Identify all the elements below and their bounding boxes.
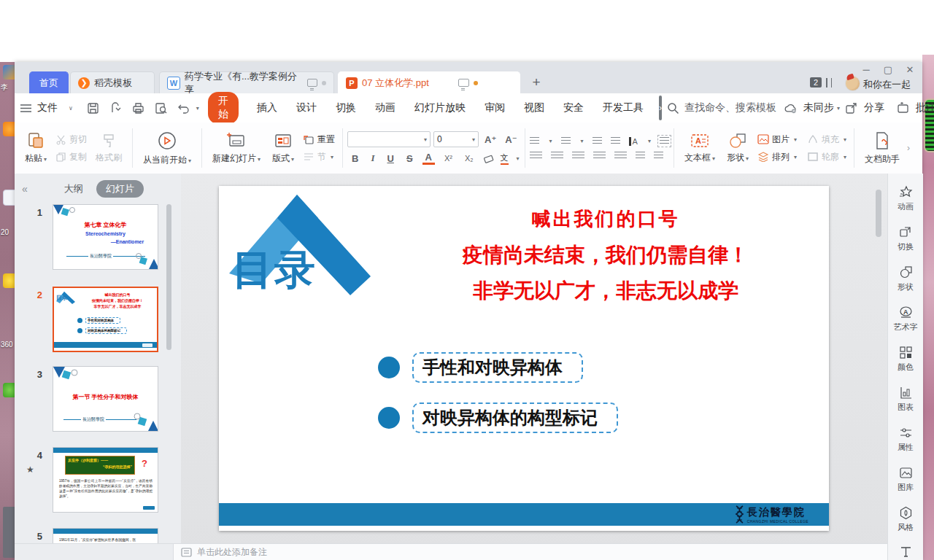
shrink-font-button[interactable]: A⁻ (502, 134, 520, 145)
ribbon-expand-button[interactable]: › (907, 143, 910, 153)
fill-button[interactable]: 填充▾ (804, 132, 849, 147)
arrange-button[interactable]: 排列▾ (754, 149, 800, 165)
paragraph-spacing-icon[interactable] (654, 152, 663, 160)
text-direction-icon[interactable]: A (629, 137, 638, 146)
maximize-button[interactable]: ▢ (877, 64, 899, 75)
sync-status[interactable]: 未同步 (803, 101, 834, 114)
font-name-select[interactable]: ▾ (347, 131, 431, 147)
slide-thumbnail-2-selected[interactable]: 目录 喊出我们的口号 疫情尚未结束，我们仍需自律！ 非学无以广才，非志无以成学 … (53, 287, 158, 352)
menu-file[interactable]: 文件 (37, 101, 58, 114)
grow-font-button[interactable]: A⁺ (482, 134, 499, 145)
undo-icon[interactable] (177, 101, 190, 115)
cloud-sync-icon[interactable] (784, 101, 798, 115)
notes-bar[interactable]: 单击此处添加备注 (173, 543, 887, 560)
tab-outline[interactable]: 大纲 (64, 182, 83, 195)
desktop-icon[interactable] (3, 507, 15, 558)
layout-button[interactable]: 版式▾ (266, 132, 300, 165)
decrease-indent-icon[interactable] (593, 137, 602, 145)
sidebar-item-style[interactable]: 风格 (888, 506, 923, 533)
bullet-list-icon[interactable] (530, 137, 539, 145)
search-commands[interactable]: 查找命令、搜索模板 (684, 101, 776, 114)
sidebar-item-colors[interactable]: 颜色 (888, 346, 923, 373)
desktop-icon[interactable] (3, 65, 15, 79)
slide-thumbnail-3[interactable]: 第一节 手性分子和对映体 長治醫學院 (53, 366, 158, 432)
tab-slides[interactable]: 幻灯片 (96, 180, 144, 198)
reset-button[interactable]: 重置 (300, 132, 338, 147)
print-icon[interactable] (131, 101, 145, 115)
desktop-icon[interactable] (3, 122, 15, 136)
desktop-icon[interactable] (3, 383, 15, 397)
menu-more-button[interactable]: › (659, 96, 662, 120)
cut-button[interactable]: 剪切 (53, 132, 90, 147)
textbox-button[interactable]: A 文本框▾ (679, 133, 721, 164)
hamburger-icon[interactable] (19, 101, 33, 115)
font-size-select[interactable]: 0▾ (433, 131, 479, 147)
new-slide-button[interactable]: 新建幻灯片▾ (207, 132, 266, 165)
desktop-icon[interactable] (3, 190, 15, 206)
tab-home[interactable]: 首页 (29, 71, 69, 93)
align-right-icon[interactable] (572, 152, 584, 160)
search-icon[interactable] (666, 101, 680, 115)
sidebar-item-animation[interactable]: 动画 (888, 185, 923, 212)
increase-indent-icon[interactable] (611, 137, 620, 145)
comment-icon[interactable] (896, 101, 910, 115)
new-tab-button[interactable]: + (525, 71, 547, 93)
slide-editor[interactable]: 目录 喊出我们的口号 疫情尚未结束，我们仍需自律！ 非学无以广才，非志无以成学 … (219, 186, 829, 531)
export-pdf-icon[interactable] (109, 101, 123, 115)
minimize-button[interactable]: ─ (855, 64, 877, 75)
sidebar-item-properties[interactable]: 属性 (888, 426, 923, 453)
collapse-panel-button[interactable]: « (22, 183, 28, 195)
font-color-button[interactable]: A (422, 152, 435, 165)
sidebar-item-shapes[interactable]: 形状 (888, 265, 923, 292)
sidebar-item-wordart[interactable]: A 艺术字 (888, 306, 923, 332)
slide-footer-bar[interactable]: 長治醫學院 CHANGZHI MEDICAL COLLEGE (219, 503, 829, 526)
picture-button[interactable]: 图片▾ (754, 132, 800, 147)
menu-home[interactable]: 开始 (208, 92, 239, 124)
strikethrough-button[interactable]: S (404, 153, 416, 164)
canvas-scrollbar[interactable] (876, 190, 881, 237)
toc-item-1[interactable]: 手性和对映异构体 (378, 352, 583, 383)
eraser-icon[interactable] (483, 154, 494, 163)
shapes-button[interactable]: 形状▾ (721, 133, 754, 164)
format-painter-button[interactable]: 格式刷 (90, 133, 128, 164)
menu-insert[interactable]: 插入 (257, 101, 277, 114)
toc-title-text[interactable]: 目录 (232, 243, 317, 298)
superscript-button[interactable]: X² (441, 154, 455, 163)
menu-security[interactable]: 安全 (563, 101, 584, 114)
underline-button[interactable]: U (385, 153, 397, 164)
paste-button[interactable]: 粘贴▾ (19, 131, 53, 165)
menu-animation[interactable]: 动画 (375, 101, 395, 114)
sidebar-item-gallery[interactable]: 图库 (888, 466, 923, 493)
sidebar-item-transition[interactable]: 切换 (888, 225, 923, 252)
save-icon[interactable] (86, 101, 100, 115)
slide-thumbnail-1[interactable]: 第七章 立体化学 Stereochemistry —Enantiomer 長治醫… (53, 204, 158, 270)
justify-icon[interactable] (593, 152, 606, 160)
text-box-frame-icon[interactable] (660, 137, 669, 145)
align-center-icon[interactable] (551, 152, 563, 160)
close-button[interactable]: ✕ (899, 64, 921, 75)
menu-design[interactable]: 设计 (296, 101, 317, 114)
tab-active-presentation[interactable]: P 07 立体化学.ppt (338, 71, 520, 93)
tab-docer-templates[interactable]: ❯ 稻壳模板 (70, 71, 155, 93)
sidebar-item-chart[interactable]: 图表 (888, 386, 923, 413)
pinyin-button[interactable]: 文 (501, 152, 509, 165)
panel-scrollbar[interactable] (166, 204, 171, 350)
line-spacing-icon[interactable] (636, 152, 645, 160)
subscript-button[interactable]: X₂ (462, 154, 476, 163)
chevron-down-icon[interactable]: ▾ (196, 105, 199, 112)
distribute-icon[interactable] (614, 152, 627, 160)
desktop-icon[interactable] (3, 273, 15, 288)
doc-assistant-button[interactable]: 文档助手 (859, 131, 906, 166)
user-avatar[interactable] (845, 76, 860, 91)
sidebar-item-cloud-fonts[interactable]: 云字体 (888, 546, 923, 560)
share-icon[interactable] (844, 101, 858, 115)
tab-writer-document[interactable]: W 药学专业《有...教学案例分享 (159, 71, 334, 93)
italic-button[interactable]: I (368, 152, 377, 164)
numbered-list-icon[interactable] (561, 137, 571, 145)
share-label[interactable]: 分享 (864, 101, 884, 114)
play-from-current-button[interactable]: 从当前开始▾ (137, 131, 197, 166)
section-button[interactable]: 节▾ (300, 149, 338, 165)
bold-button[interactable]: B (349, 153, 361, 164)
menu-slideshow[interactable]: 幻灯片放映 (414, 101, 466, 114)
comment-label[interactable]: 批注 (916, 101, 934, 114)
